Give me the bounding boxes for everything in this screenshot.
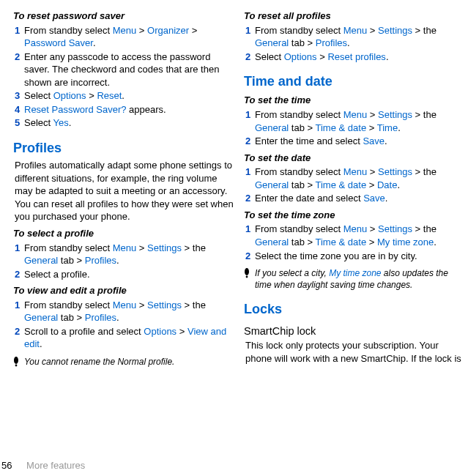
step-item: 2 Enter the time and select Save. [244,135,465,148]
step-number: 1 [15,242,23,267]
menu-path: My time zone [329,268,381,278]
menu-path: Profiles [316,37,347,48]
step-item: 1 From standby select Menu > Organizer >… [13,24,234,50]
step-number: 2 [245,250,253,263]
text-fragment: From standby select [255,109,343,120]
menu-path: Profiles [85,312,116,323]
step-item: 2 Select a profile. [13,268,234,281]
menu-path: Menu [343,223,368,234]
subheading-smartchip: SmartChip lock [244,324,465,339]
text-fragment: tab > [58,312,85,323]
menu-path: General [24,255,58,266]
text-fragment: From standby select [255,223,343,234]
menu-path: Reset Password Saver? [24,104,126,115]
menu-path: Password Saver [24,37,93,48]
heading-profiles: Profiles [13,139,234,157]
note-text: You cannot rename the Normal profile. [24,356,174,368]
step-item: 2 Scroll to a profile and select Options… [13,325,234,351]
menu-path: Menu [343,109,368,120]
text-fragment: > [136,242,147,253]
menu-path: Save [363,193,385,204]
step-item: 1 From standby select Menu > Settings > … [244,166,465,191]
text-fragment: . [347,37,350,48]
text-fragment: > the [182,300,206,310]
menu-path: Settings [378,25,412,36]
menu-path: Date [377,179,397,190]
text-fragment: . [122,90,125,101]
menu-path: General [255,237,289,248]
text-fragment: Select [24,90,53,101]
menu-path: General [24,312,58,323]
menu-path: General [255,179,289,190]
text-fragment: > the [412,166,437,177]
menu-path: Options [284,51,317,62]
text-fragment: Select [255,51,284,62]
step-number: 1 [15,299,23,324]
text-fragment: From standby select [255,25,343,36]
menu-path: Menu [113,25,137,36]
svg-point-2 [245,268,249,275]
heading-set-date: To set the date [244,152,465,165]
text-fragment: > [366,179,377,190]
menu-path: Profiles [85,255,116,266]
left-column: To reset password saver 1 From standby s… [13,6,234,368]
menu-path: General [255,37,289,48]
page-footer: 56 More features [1,459,85,472]
step-number: 1 [245,166,253,191]
step-item: 1 From standby select Menu > Settings > … [13,242,234,267]
step-text: Select the time zone you are in by city. [255,250,465,263]
step-item: 2 Select the time zone you are in by cit… [244,250,465,263]
text-fragment: . [398,122,401,133]
step-number: 1 [15,24,23,50]
paragraph-profiles: Profiles automatically adapt some phone … [13,159,234,223]
menu-path: Options [144,326,177,337]
step-number: 1 [245,223,253,248]
step-text: From standby select Menu > Settings > th… [255,24,465,50]
step-item: 2 Enter the date and select Save. [244,192,465,205]
step-number: 2 [15,51,23,89]
paragraph-locks: This lock only protects your subscriptio… [244,339,465,365]
text-fragment: > the [412,25,437,36]
heading-view-edit-profile: To view and edit a profile [13,284,234,297]
step-text: From standby select Menu > Settings > th… [24,299,234,324]
step-number: 2 [15,268,23,281]
page-number: 56 [1,460,12,471]
menu-path: Time & date [316,237,367,248]
text-fragment: > the [412,223,437,234]
info-icon [13,357,19,367]
step-item: 4 Reset Password Saver? appears. [13,103,234,116]
text-fragment: . [116,255,119,266]
text-fragment: > [189,25,197,36]
text-fragment: > [366,237,377,248]
step-text: Enter any passcode to access the passwor… [24,51,234,89]
text-fragment: . [386,51,389,62]
text-fragment: Enter the time and select [255,135,363,146]
heading-set-time: To set the time [244,94,465,107]
text-fragment: tab > [289,37,316,48]
menu-path: Time & date [316,179,367,190]
step-number: 2 [245,51,253,64]
text-fragment: tab > [58,255,85,266]
step-text: Reset Password Saver? appears. [24,103,234,116]
text-fragment: Scroll to a profile and select [24,326,144,337]
menu-path: Save [363,135,385,146]
menu-path: Menu [113,300,137,310]
text-fragment: . [397,179,400,190]
step-text: Select Options > Reset profiles. [255,51,465,64]
step-item: 1 From standby select Menu > Settings > … [244,223,465,248]
step-text: Select Yes. [24,116,234,130]
text-fragment: > [136,300,147,310]
info-icon [244,268,250,278]
step-number: 5 [15,116,23,130]
text-fragment: From standby select [24,25,113,36]
right-column: To reset all profiles 1 From standby sel… [244,6,465,368]
step-text: Select Options > Reset. [24,89,234,103]
text-fragment: Select [24,117,53,128]
text-fragment: > [177,326,187,337]
heading-locks: Locks [244,300,465,318]
step-text: From standby select Menu > Settings > th… [255,223,465,248]
menu-path: General [255,122,289,133]
menu-path: Reset [97,90,122,101]
menu-path: Options [53,90,86,101]
menu-path: Reset profiles [327,51,385,62]
